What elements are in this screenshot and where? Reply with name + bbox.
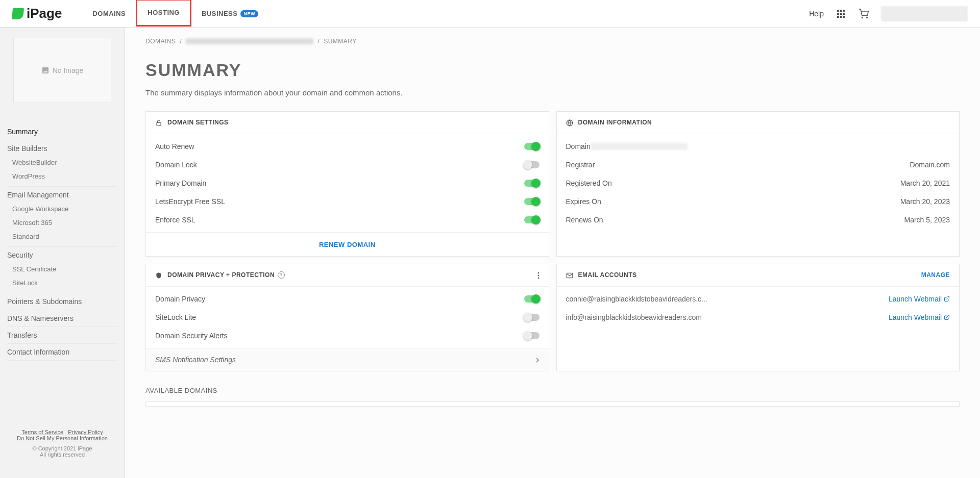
card-privacy-header: DOMAIN PRIVACY + PROTECTION ?: [146, 264, 549, 287]
email-row-2: info@raisingblackkidstobeavidreaders.com…: [557, 308, 960, 326]
nav-domains[interactable]: DOMAINS: [82, 0, 136, 28]
value-registered: March 20, 2021: [900, 179, 950, 187]
card-domain-info-header: DOMAIN INFORMATION: [557, 112, 960, 134]
topbar-right: Help: [809, 6, 968, 21]
nav-business-label: BUSINESS: [202, 10, 237, 17]
row-sitelock-lite: SiteLock Lite: [146, 308, 549, 326]
email-addr-1: connie@raisingblackkidstobeavidreaders.c…: [566, 295, 889, 303]
user-menu[interactable]: [881, 6, 968, 21]
row-registered: Registered OnMarch 20, 2021: [557, 174, 960, 192]
sidebar-google-ws[interactable]: Google Workspace: [7, 202, 117, 216]
toggle-lets-encrypt[interactable]: [524, 198, 540, 205]
sidebar-wordpress[interactable]: WordPress: [7, 169, 117, 183]
label-domain: Domain: [566, 142, 591, 150]
email-addr-2: info@raisingblackkidstobeavidreaders.com: [566, 313, 889, 321]
label-registrar: Registrar: [566, 161, 595, 169]
footer-privacy[interactable]: Privacy Policy: [68, 429, 103, 435]
toggle-enforce-ssl[interactable]: [524, 216, 540, 223]
value-registrar: Domain.com: [910, 161, 950, 169]
sidebar-sitelock[interactable]: SiteLock: [7, 276, 117, 290]
more-icon[interactable]: [537, 271, 540, 279]
image-icon: [41, 66, 50, 74]
svg-line-19: [946, 315, 949, 318]
sidebar-security[interactable]: Security: [7, 247, 117, 262]
toggle-auto-renew[interactable]: [524, 143, 540, 150]
sidebar-ssl[interactable]: SSL Certificate: [7, 262, 117, 276]
sidebar-footer: Terms of Service Privacy Policy Do Not S…: [7, 419, 117, 468]
svg-rect-8: [843, 16, 845, 18]
toggle-security-alerts[interactable]: [524, 332, 540, 339]
help-icon[interactable]: ?: [278, 271, 285, 279]
label-domain-privacy: Domain Privacy: [155, 295, 205, 303]
svg-rect-7: [840, 16, 842, 18]
footer-tos[interactable]: Terms of Service: [21, 429, 63, 435]
apps-icon[interactable]: [836, 9, 846, 19]
row-auto-renew: Auto Renew: [146, 137, 549, 156]
logo-text: iPage: [27, 6, 62, 21]
sidebar-pointers[interactable]: Pointers & Subdomains: [7, 293, 117, 310]
nav-business[interactable]: BUSINESS NEW: [191, 0, 268, 28]
value-renews: March 5, 2023: [904, 216, 950, 224]
shield-icon: [155, 271, 162, 279]
svg-line-18: [946, 296, 949, 299]
row-domain: Domain: [557, 137, 960, 156]
card-available-domains: [145, 401, 960, 407]
manage-email-link[interactable]: MANAGE: [921, 271, 950, 279]
card-domain-info: DOMAIN INFORMATION Domain RegistrarDomai…: [556, 111, 960, 257]
globe-icon: [566, 119, 573, 127]
svg-rect-5: [843, 13, 845, 15]
launch-webmail-2[interactable]: Launch Webmail: [889, 313, 950, 321]
sidebar-email-mgmt[interactable]: Email Management: [7, 187, 117, 202]
crumb-domains[interactable]: DOMAINS: [145, 38, 176, 45]
help-link[interactable]: Help: [809, 10, 824, 18]
svg-rect-11: [157, 122, 161, 125]
launch-label-1: Launch Webmail: [889, 295, 942, 303]
toggle-primary-domain[interactable]: [524, 180, 540, 187]
sidebar-summary[interactable]: Summary: [7, 123, 117, 140]
label-renews: Renews On: [566, 216, 603, 224]
card-email-title: EMAIL ACCOUNTS: [578, 271, 637, 279]
label-domain-lock: Domain Lock: [155, 161, 197, 169]
sidebar-site-builders-group: Site Builders WebsiteBuilder WordPress: [7, 140, 117, 187]
row-security-alerts: Domain Security Alerts: [146, 326, 549, 345]
cart-icon[interactable]: [859, 9, 869, 19]
site-preview: No Image: [13, 38, 111, 103]
value-domain: [591, 143, 688, 150]
external-link-icon: [944, 314, 950, 320]
footer-rights: All rights reserved: [7, 451, 117, 458]
sidebar-dns[interactable]: DNS & Nameservers: [7, 310, 117, 327]
nav-hosting[interactable]: HOSTING: [136, 0, 191, 27]
sidebar-transfers[interactable]: Transfers: [7, 327, 117, 344]
logo-icon: [12, 8, 24, 19]
footer-donotsell[interactable]: Do Not Sell My Personal Information: [17, 435, 108, 441]
crumb-sep2: /: [317, 38, 320, 45]
sms-settings-row[interactable]: SMS Notification Settings: [146, 348, 549, 371]
toggle-domain-lock[interactable]: [524, 161, 540, 168]
toggle-sitelock-lite[interactable]: [524, 314, 540, 321]
logo[interactable]: iPage: [12, 6, 62, 21]
sidebar-contact[interactable]: Contact Information: [7, 344, 117, 361]
toggle-domain-privacy[interactable]: [524, 295, 540, 303]
sidebar-standard[interactable]: Standard: [7, 230, 117, 243]
label-enforce-ssl: Enforce SSL: [155, 216, 195, 224]
row-renews: Renews OnMarch 5, 2023: [557, 211, 960, 229]
card-privacy-title: DOMAIN PRIVACY + PROTECTION: [167, 271, 275, 279]
crumb-domain-name[interactable]: [186, 38, 313, 44]
launch-webmail-1[interactable]: Launch Webmail: [889, 295, 950, 303]
card-domain-settings-title: DOMAIN SETTINGS: [167, 119, 229, 126]
chevron-right-icon: [535, 356, 540, 364]
label-expires: Expires On: [566, 197, 601, 206]
external-link-icon: [944, 296, 950, 302]
sidebar-email-group: Email Management Google Workspace Micros…: [7, 187, 117, 247]
svg-point-16: [537, 277, 539, 279]
sidebar-websitebuilder[interactable]: WebsiteBuilder: [7, 156, 117, 169]
renew-domain-button[interactable]: RENEW DOMAIN: [319, 241, 376, 248]
svg-rect-6: [837, 16, 839, 18]
sidebar-site-builders[interactable]: Site Builders: [7, 140, 117, 156]
row-expires: Expires OnMarch 20, 2023: [557, 192, 960, 211]
row-lets-encrypt: LetsEncrypt Free SSL: [146, 192, 549, 211]
sidebar-ms365[interactable]: Microsoft 365: [7, 216, 117, 230]
label-primary-domain: Primary Domain: [155, 179, 206, 187]
label-auto-renew: Auto Renew: [155, 142, 194, 150]
card-email-header: EMAIL ACCOUNTS MANAGE: [557, 264, 960, 287]
